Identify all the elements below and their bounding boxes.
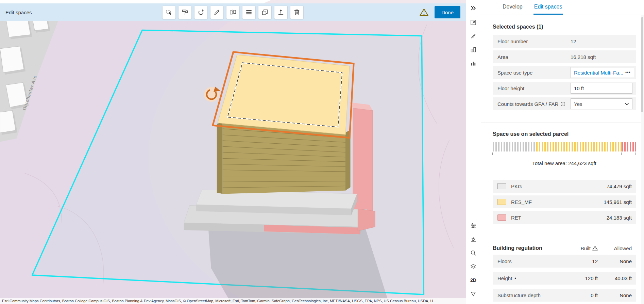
side-toolbar-top-group (468, 17, 479, 69)
edit-geometry-tool-button[interactable] (210, 6, 223, 19)
legend-row-ret: RET 24,183 sqft (493, 211, 636, 224)
section-divider (481, 123, 644, 123)
extrude-space-icon (277, 9, 285, 16)
space-use-bar (493, 142, 636, 156)
layers-icon (470, 263, 477, 270)
done-button[interactable]: Done (435, 6, 460, 18)
map-attribution: Esri Community Maps Contributors, Boston… (0, 298, 466, 304)
building-shadow (208, 223, 387, 303)
compass-button[interactable] (468, 288, 479, 299)
tab-edit-spaces[interactable]: Edit spaces (533, 0, 563, 15)
panel-tabs: Develop Edit spaces (481, 0, 644, 15)
space-use-heading: Space use on selected parcel (493, 131, 636, 137)
warning-triangle-icon (420, 8, 428, 17)
toolbar-right-group: Done (420, 6, 460, 18)
legend-row-pkg: PKG 74,479 sqft (493, 180, 636, 193)
field-row-space-use-type: Space use type Residential Multi-Fa... •… (493, 66, 636, 79)
edit-floors-icon (245, 9, 253, 16)
extrude-space-tool-button[interactable] (274, 6, 287, 19)
field-row-floor-number: Floor number 12 (493, 35, 636, 48)
map-viewport[interactable]: Dorchester Ave (0, 0, 466, 304)
scrollbar-thumb[interactable] (641, 17, 643, 112)
select-spaces-icon (165, 9, 173, 16)
collapse-panel-button[interactable] (468, 3, 479, 14)
ret-swatch (497, 214, 506, 221)
regulation-row-substructure: Substructure depth 0 ft None (493, 289, 636, 302)
bar-segment-pkg (493, 142, 536, 151)
allowed-column-header: Allowed (598, 245, 632, 251)
info-circle-icon[interactable] (560, 101, 565, 107)
space-use-type-picker[interactable]: Residential Multi-Fa... ••• (571, 67, 634, 78)
edit-tools-group (163, 6, 303, 19)
city-buildings-icon (470, 46, 477, 53)
floor-height-control (571, 83, 632, 94)
side-toolbar-bottom-group: 2D (468, 220, 479, 299)
daylight-sun-icon (470, 236, 477, 243)
properties-panel: Develop Edit spaces Selected spaces (1) … (481, 0, 644, 304)
panel-body: Selected spaces (1) Floor number 12 Area… (481, 24, 644, 302)
floor-number-value: 12 (571, 38, 576, 44)
selected-spaces-heading: Selected spaces (1) (493, 24, 636, 30)
field-row-area: Area 16,218 sqft (493, 50, 636, 63)
select-spaces-tool-button[interactable] (163, 6, 175, 19)
floor-height-input[interactable] (574, 85, 629, 91)
basemap-icon (470, 19, 477, 26)
res-mf-swatch (497, 199, 506, 205)
building-regulation-section: Building regulation Built Allowed Floors… (493, 245, 636, 302)
metrics-chart-icon (470, 60, 477, 67)
metrics-button[interactable] (468, 58, 479, 69)
total-new-area: Total new area: 244,623 sqft (493, 160, 636, 166)
search-icon (470, 250, 477, 256)
bar-segment-ret (622, 142, 636, 151)
style-button[interactable] (468, 31, 479, 42)
rotate-space-tool-button[interactable] (194, 6, 207, 19)
toggle-2d-button[interactable]: 2D (468, 275, 479, 286)
regulation-row-floors: Floors 12 None (493, 255, 636, 268)
basemap-button[interactable] (468, 17, 479, 28)
split-space-icon (229, 9, 237, 16)
paint-spaces-icon (181, 9, 189, 16)
pkg-swatch (497, 183, 506, 189)
search-button[interactable] (468, 247, 479, 258)
tower-right-face (345, 130, 351, 191)
map-side-toolbar: 2D (466, 0, 481, 304)
edit-geometry-icon (213, 9, 221, 16)
regulation-header: Building regulation Built Allowed (493, 245, 636, 251)
tab-develop[interactable]: Develop (502, 0, 523, 15)
area-value: 16,218 sqft (571, 54, 596, 60)
duplicate-space-icon (261, 9, 269, 16)
field-row-counts-gfa: Counts towards GFA / FAR Yes (493, 97, 636, 110)
space-use-legend: PKG 74,479 sqft RES_MF 145,961 sqft RET … (493, 180, 636, 224)
compass-triangle-icon (470, 290, 477, 297)
built-column-header: Built (560, 245, 598, 251)
style-brush-icon (470, 33, 477, 39)
settings-button[interactable] (468, 220, 479, 231)
settings-sliders-icon (470, 222, 477, 229)
edit-floors-tool-button[interactable] (242, 6, 255, 19)
duplicate-space-tool-button[interactable] (258, 6, 271, 19)
panel-scrollbar[interactable] (641, 15, 644, 304)
layers-button[interactable] (468, 261, 479, 272)
rotate-space-icon (197, 9, 205, 16)
bar-ticks (493, 153, 636, 156)
bar-segment-res-mf (536, 142, 622, 151)
delete-space-tool-button[interactable] (290, 6, 303, 19)
chevrons-right-icon (470, 5, 477, 12)
arcgis-urban-app: Dorchester Ave (0, 0, 644, 304)
field-row-floor-height: Floor height (493, 82, 636, 95)
regulation-row-height: Height • 120 ft 40.03 ft (493, 272, 636, 285)
options-menu-icon[interactable]: ••• (623, 70, 631, 75)
map-3d-scene[interactable]: Dorchester Ave (0, 0, 466, 304)
paint-spaces-tool-button[interactable] (179, 6, 191, 19)
warning-triangle-icon (592, 245, 598, 251)
split-space-tool-button[interactable] (226, 6, 239, 19)
delete-icon (293, 9, 301, 16)
edit-spaces-toolbar: Edit spaces (0, 3, 466, 21)
counts-gfa-select[interactable]: Yes (571, 98, 632, 109)
tower-left-face (217, 123, 223, 194)
chevron-down-icon (625, 102, 629, 106)
height-violation-dot: • (514, 276, 516, 281)
daylight-button[interactable] (468, 234, 479, 245)
city-scenarios-button[interactable] (468, 44, 479, 55)
toolbar-title: Edit spaces (5, 10, 32, 15)
